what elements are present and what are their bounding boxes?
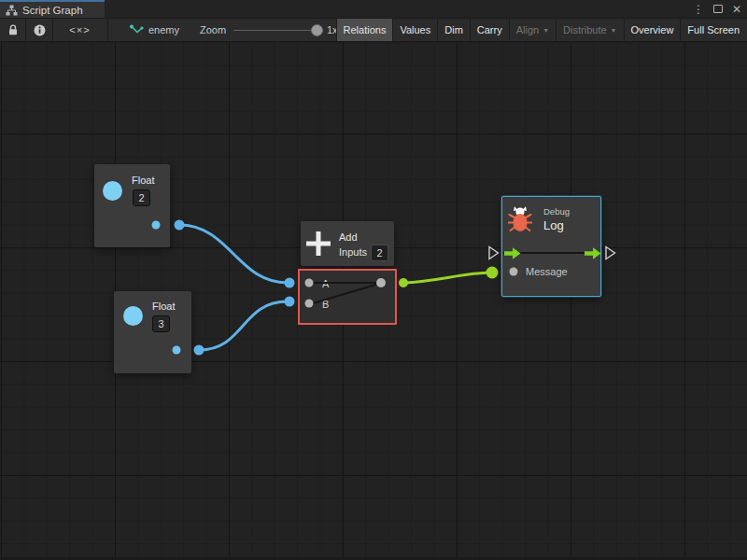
toggle-overview[interactable]: Overview — [624, 19, 681, 41]
lock-button[interactable] — [0, 19, 25, 41]
tab-title: Script Graph — [22, 5, 83, 16]
lock-icon — [7, 24, 19, 36]
breadcrumb[interactable]: enemy — [129, 19, 179, 41]
graph-toolbar: <×> enemy Zoom 1x Relations Values Dim — [0, 18, 747, 42]
tab-bar: Script Graph ⋮ ✕ — [0, 0, 747, 18]
float-type-icon — [123, 306, 143, 326]
toggle-label: Dim — [444, 24, 463, 35]
toggle-carry[interactable]: Carry — [470, 19, 509, 41]
node-title: Float — [152, 301, 175, 312]
toggle-label: Overview — [631, 24, 674, 35]
info-button[interactable] — [26, 19, 52, 41]
toggle-relations[interactable]: Relations — [336, 19, 393, 41]
node-title: Add — [339, 231, 358, 243]
node-title: Float — [132, 175, 154, 186]
inputs-label: Inputs — [339, 246, 367, 258]
tab-script-graph[interactable]: Script Graph — [0, 0, 105, 18]
float-value-field[interactable]: 3 — [152, 315, 170, 332]
float-value-field[interactable]: 2 — [133, 189, 150, 206]
message-port-label: Message — [526, 266, 568, 277]
toggle-label: Values — [400, 24, 430, 35]
hierarchy-graph-icon — [6, 5, 18, 16]
toggle-values[interactable]: Values — [392, 19, 437, 41]
toggle-full-screen[interactable]: Full Screen — [680, 19, 746, 41]
chevron-down-icon: ▼ — [611, 27, 617, 34]
window-controls: ⋮ ✕ — [693, 0, 741, 18]
toggle-label: Distribute — [563, 24, 606, 35]
toggle-distribute[interactable]: Distribute ▼ — [556, 19, 623, 41]
toggle-label: Full Screen — [687, 24, 740, 35]
toggle-align[interactable]: Align ▼ — [509, 19, 556, 41]
zoom-slider[interactable] — [233, 19, 323, 41]
code-button[interactable]: <×> — [53, 19, 106, 41]
toggle-dim[interactable]: Dim — [437, 19, 470, 41]
port-a-label: A — [322, 278, 329, 289]
plus-icon — [305, 231, 331, 257]
node-float-2[interactable]: Float 3 — [114, 291, 191, 373]
zoom-slider-track[interactable] — [233, 30, 323, 31]
float-type-icon — [103, 181, 122, 201]
node-float-1[interactable]: Float 2 — [94, 164, 170, 247]
graph-icon — [129, 23, 144, 36]
maximize-icon[interactable] — [713, 5, 723, 13]
toggle-label: Relations — [344, 24, 387, 35]
toolbar-toggle-group: Relations Values Dim Carry Align ▼ Distr… — [336, 19, 746, 41]
zoom-slider-handle[interactable] — [311, 24, 323, 36]
chevron-down-icon: ▼ — [543, 27, 549, 34]
zoom-label: Zoom — [200, 24, 226, 35]
bug-icon — [508, 204, 532, 233]
info-icon — [34, 24, 46, 36]
breadcrumb-label: enemy — [148, 24, 179, 35]
menu-icon[interactable]: ⋮ — [693, 4, 704, 15]
close-icon[interactable]: ✕ — [732, 4, 741, 15]
toggle-label: Carry — [477, 24, 502, 35]
toggle-label: Align — [516, 24, 539, 35]
node-title: Log — [543, 218, 564, 232]
script-graph-window: Script Graph ⋮ ✕ <×> — [0, 0, 747, 560]
node-add[interactable]: Add Inputs 2 — [301, 221, 394, 266]
node-debug-log[interactable]: Debug Log Message — [501, 196, 601, 297]
inputs-count-field[interactable]: 2 — [371, 245, 388, 261]
toolbar-separator — [107, 19, 108, 41]
node-add-ports-selected[interactable]: A B — [298, 269, 397, 325]
port-b-label: B — [322, 299, 329, 310]
node-category: Debug — [543, 206, 570, 217]
